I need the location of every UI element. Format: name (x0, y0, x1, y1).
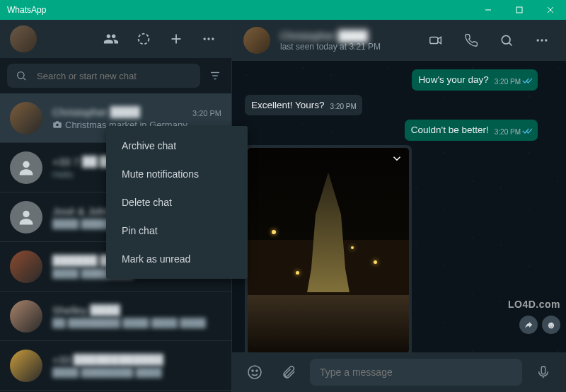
svg-point-15 (56, 124, 59, 127)
chat-name: Christopher ████ (52, 106, 140, 118)
outgoing-message[interactable]: Couldn't be better!3:20 PM (405, 120, 538, 141)
message-text: Couldn't be better! (411, 124, 489, 137)
message-text: How's your day? (418, 74, 488, 86)
user-avatar[interactable] (10, 25, 37, 52)
svg-point-24 (248, 366, 261, 379)
message-text: Excellent! Yours? (251, 99, 325, 112)
message-input-wrapper[interactable] (310, 359, 522, 386)
svg-point-7 (204, 38, 206, 40)
contact-name: Christopher ████ (280, 30, 413, 42)
svg-point-23 (545, 39, 547, 41)
svg-rect-27 (541, 367, 545, 374)
window-title: WhatsApp (7, 5, 46, 15)
camera-icon (52, 120, 62, 129)
new-group-icon[interactable] (98, 26, 124, 52)
svg-point-8 (207, 38, 209, 40)
window-maximize-button[interactable] (504, 0, 535, 20)
svg-line-11 (23, 78, 25, 80)
chat-name: José & John (52, 205, 111, 217)
chat-avatar (10, 350, 42, 382)
chat-row[interactable]: Shelley ██████ ████████ ████ ████ ████ (0, 292, 231, 341)
outgoing-message[interactable]: How's your day?3:20 PM (412, 69, 538, 91)
message-input[interactable] (320, 367, 512, 378)
compose-bar (232, 352, 566, 392)
titlebar: WhatsApp (0, 0, 566, 20)
chat-avatar (10, 250, 42, 283)
message-photo[interactable] (248, 148, 409, 352)
left-header (0, 20, 231, 58)
search-box[interactable] (7, 64, 200, 88)
chat-avatar (10, 102, 42, 134)
mic-icon[interactable] (531, 359, 556, 385)
messages-area: How's your day?3:20 PMExcellent! Yours?3… (232, 61, 566, 352)
chat-name: +33 ████████████ (52, 354, 163, 366)
window-minimize-button[interactable] (473, 0, 504, 20)
chat-context-menu: Archive chatMute notificationsDelete cha… (106, 126, 248, 279)
svg-point-16 (23, 161, 29, 167)
emoji-icon[interactable] (242, 359, 267, 385)
read-tick-icon (522, 127, 532, 137)
chat-preview: ██ ████████ ████ ████ ████ (52, 318, 221, 328)
svg-point-17 (23, 210, 29, 217)
context-menu-item[interactable]: Delete chat (106, 188, 248, 217)
chat-preview: ████ ████████ ████ (52, 367, 221, 378)
forward-icon[interactable] (519, 316, 538, 334)
filter-icon[interactable] (206, 63, 224, 88)
chevron-down-icon[interactable] (391, 152, 403, 168)
search-input[interactable] (37, 71, 192, 81)
chat-time: 3:20 PM (192, 109, 221, 117)
attach-icon[interactable] (276, 359, 301, 385)
read-tick-icon (522, 77, 532, 86)
chat-avatar (10, 201, 42, 234)
status-icon[interactable] (131, 26, 156, 52)
contact-avatar[interactable] (243, 27, 270, 54)
svg-point-10 (18, 72, 24, 79)
svg-point-9 (212, 38, 214, 40)
image-message[interactable]: Christmas market in Germany3:20 PM (245, 145, 412, 352)
left-pane: Christopher ████3:20 PMChristmas market … (0, 20, 232, 392)
context-menu-item[interactable]: Mark as unread (106, 245, 248, 273)
conversation-header: Christopher ████ last seen today at 3:21… (232, 20, 566, 61)
message-time: 3:20 PM (330, 102, 357, 111)
voice-call-icon[interactable] (458, 28, 484, 53)
svg-line-20 (509, 43, 512, 46)
svg-point-21 (537, 39, 539, 41)
main-split: Christopher ████3:20 PMChristmas market … (0, 20, 566, 392)
contact-status: last seen today at 3:21 PM (280, 42, 413, 52)
message-actions: ☻ (519, 316, 560, 334)
context-menu-item[interactable]: Pin chat (106, 217, 248, 245)
chat-more-icon[interactable] (529, 28, 555, 53)
search-icon (16, 70, 27, 81)
video-call-icon[interactable] (423, 28, 449, 53)
chat-row[interactable]: +33 ████████████████ ████████ ████ (0, 341, 231, 391)
new-chat-icon[interactable] (163, 26, 189, 52)
right-pane: Christopher ████ last seen today at 3:21… (232, 20, 566, 392)
search-row (0, 58, 231, 93)
react-icon[interactable]: ☻ (542, 316, 560, 334)
svg-point-26 (256, 370, 258, 371)
svg-point-19 (502, 35, 510, 44)
chat-name: Shelley ████ (52, 304, 120, 316)
search-in-chat-icon[interactable] (494, 28, 519, 53)
message-time: 3:20 PM (495, 127, 532, 137)
message-time: 3:20 PM (495, 77, 532, 86)
svg-rect-1 (516, 7, 522, 13)
context-menu-item[interactable]: Archive chat (106, 132, 248, 160)
context-menu-item[interactable]: Mute notifications (106, 160, 248, 188)
app-root: WhatsApp Christopher ██ (0, 0, 566, 392)
chat-avatar (10, 151, 42, 184)
more-icon[interactable] (196, 26, 221, 52)
svg-point-25 (252, 370, 253, 371)
svg-point-4 (139, 34, 149, 45)
svg-point-22 (541, 39, 543, 41)
svg-rect-18 (430, 37, 438, 43)
chat-avatar (10, 300, 42, 333)
incoming-message[interactable]: Excellent! Yours?3:20 PM (245, 95, 362, 116)
window-close-button[interactable] (535, 0, 566, 20)
